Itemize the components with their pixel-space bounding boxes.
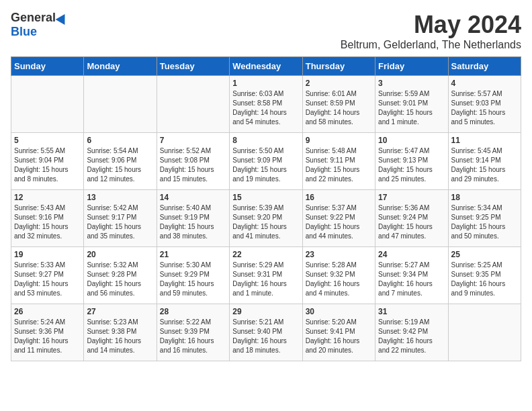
day-detail: Sunrise: 5:52 AM Sunset: 9:08 PM Dayligh… — [160, 146, 226, 184]
page-header: General Blue May 2024 Beltrum, Gelderlan… — [11, 11, 521, 51]
day-detail: Sunrise: 5:21 AM Sunset: 9:40 PM Dayligh… — [232, 318, 299, 355]
calendar-week-row: 19Sunrise: 5:33 AM Sunset: 9:27 PM Dayli… — [11, 247, 521, 304]
calendar-cell: 26Sunrise: 5:24 AM Sunset: 9:36 PM Dayli… — [11, 304, 84, 361]
day-detail: Sunrise: 5:24 AM Sunset: 9:36 PM Dayligh… — [14, 318, 81, 355]
calendar-week-row: 5Sunrise: 5:55 AM Sunset: 9:04 PM Daylig… — [11, 133, 521, 190]
day-number: 6 — [87, 136, 153, 145]
calendar-cell: 25Sunrise: 5:25 AM Sunset: 9:35 PM Dayli… — [448, 247, 521, 304]
day-detail: Sunrise: 5:19 AM Sunset: 9:42 PM Dayligh… — [378, 318, 445, 355]
calendar-week-row: 1Sunrise: 6:03 AM Sunset: 8:58 PM Daylig… — [11, 76, 521, 133]
calendar-cell: 8Sunrise: 5:50 AM Sunset: 9:09 PM Daylig… — [230, 133, 302, 190]
day-number: 23 — [306, 250, 372, 259]
calendar-cell: 28Sunrise: 5:22 AM Sunset: 9:39 PM Dayli… — [157, 304, 229, 361]
day-detail: Sunrise: 5:25 AM Sunset: 9:35 PM Dayligh… — [451, 261, 518, 298]
day-number: 3 — [378, 79, 445, 88]
day-number: 31 — [378, 307, 445, 316]
calendar-table: SundayMondayTuesdayWednesdayThursdayFrid… — [11, 56, 521, 361]
day-detail: Sunrise: 5:57 AM Sunset: 9:03 PM Dayligh… — [451, 89, 518, 127]
day-number: 1 — [232, 79, 299, 88]
calendar-cell: 10Sunrise: 5:47 AM Sunset: 9:13 PM Dayli… — [375, 133, 448, 190]
calendar-cell: 21Sunrise: 5:30 AM Sunset: 9:29 PM Dayli… — [157, 247, 229, 304]
day-number: 29 — [232, 307, 299, 316]
calendar-cell: 11Sunrise: 5:45 AM Sunset: 9:14 PM Dayli… — [448, 133, 521, 190]
day-number: 7 — [160, 136, 226, 145]
day-detail: Sunrise: 5:43 AM Sunset: 9:16 PM Dayligh… — [14, 203, 81, 241]
weekday-header: Sunday — [11, 57, 84, 76]
day-number: 12 — [14, 193, 81, 202]
day-detail: Sunrise: 5:37 AM Sunset: 9:22 PM Dayligh… — [306, 203, 372, 241]
subtitle: Beltrum, Gelderland, The Netherlands — [341, 39, 521, 51]
day-detail: Sunrise: 5:27 AM Sunset: 9:34 PM Dayligh… — [378, 261, 445, 298]
day-number: 21 — [160, 250, 226, 259]
main-title: May 2024 — [341, 11, 521, 39]
weekday-header: Tuesday — [157, 57, 229, 76]
calendar-cell — [157, 76, 229, 133]
calendar-week-row: 12Sunrise: 5:43 AM Sunset: 9:16 PM Dayli… — [11, 190, 521, 247]
day-detail: Sunrise: 5:20 AM Sunset: 9:41 PM Dayligh… — [306, 318, 372, 355]
calendar-cell — [84, 76, 157, 133]
day-number: 4 — [451, 79, 518, 88]
weekday-header: Monday — [84, 57, 157, 76]
calendar-cell: 4Sunrise: 5:57 AM Sunset: 9:03 PM Daylig… — [448, 76, 521, 133]
calendar-cell: 3Sunrise: 5:59 AM Sunset: 9:01 PM Daylig… — [375, 76, 448, 133]
day-number: 15 — [232, 193, 299, 202]
calendar-cell: 30Sunrise: 5:20 AM Sunset: 9:41 PM Dayli… — [302, 304, 375, 361]
calendar-cell: 31Sunrise: 5:19 AM Sunset: 9:42 PM Dayli… — [375, 304, 448, 361]
weekday-header: Friday — [375, 57, 448, 76]
day-detail: Sunrise: 5:36 AM Sunset: 9:24 PM Dayligh… — [378, 203, 445, 241]
logo-triangle-icon — [56, 11, 70, 24]
day-detail: Sunrise: 5:47 AM Sunset: 9:13 PM Dayligh… — [378, 146, 445, 184]
weekday-header: Wednesday — [230, 57, 302, 76]
calendar-cell: 20Sunrise: 5:32 AM Sunset: 9:28 PM Dayli… — [84, 247, 157, 304]
calendar-cell: 2Sunrise: 6:01 AM Sunset: 8:59 PM Daylig… — [302, 76, 375, 133]
calendar-cell: 22Sunrise: 5:29 AM Sunset: 9:31 PM Dayli… — [230, 247, 302, 304]
day-number: 28 — [160, 307, 226, 316]
calendar-body: 1Sunrise: 6:03 AM Sunset: 8:58 PM Daylig… — [11, 76, 521, 361]
calendar-cell: 12Sunrise: 5:43 AM Sunset: 9:16 PM Dayli… — [11, 190, 84, 247]
day-number: 18 — [451, 193, 518, 202]
weekday-header: Thursday — [302, 57, 375, 76]
title-block: May 2024 Beltrum, Gelderland, The Nether… — [341, 11, 521, 51]
day-detail: Sunrise: 5:39 AM Sunset: 9:20 PM Dayligh… — [232, 203, 299, 241]
day-number: 25 — [451, 250, 518, 259]
day-detail: Sunrise: 5:23 AM Sunset: 9:38 PM Dayligh… — [87, 318, 153, 355]
day-number: 14 — [160, 193, 226, 202]
calendar-cell: 27Sunrise: 5:23 AM Sunset: 9:38 PM Dayli… — [84, 304, 157, 361]
calendar-cell: 5Sunrise: 5:55 AM Sunset: 9:04 PM Daylig… — [11, 133, 84, 190]
day-detail: Sunrise: 5:40 AM Sunset: 9:19 PM Dayligh… — [160, 203, 226, 241]
day-number: 11 — [451, 136, 518, 145]
calendar-cell: 23Sunrise: 5:28 AM Sunset: 9:32 PM Dayli… — [302, 247, 375, 304]
day-detail: Sunrise: 5:34 AM Sunset: 9:25 PM Dayligh… — [451, 203, 518, 241]
day-number: 24 — [378, 250, 445, 259]
day-detail: Sunrise: 5:54 AM Sunset: 9:06 PM Dayligh… — [87, 146, 153, 184]
calendar-cell — [448, 304, 521, 361]
day-number: 19 — [14, 250, 81, 259]
day-detail: Sunrise: 6:03 AM Sunset: 8:58 PM Dayligh… — [232, 89, 299, 127]
day-detail: Sunrise: 5:42 AM Sunset: 9:17 PM Dayligh… — [87, 203, 153, 241]
calendar-cell: 6Sunrise: 5:54 AM Sunset: 9:06 PM Daylig… — [84, 133, 157, 190]
day-number: 20 — [87, 250, 153, 259]
logo-blue-text: Blue — [11, 25, 37, 39]
calendar-cell: 17Sunrise: 5:36 AM Sunset: 9:24 PM Dayli… — [375, 190, 448, 247]
calendar-cell: 29Sunrise: 5:21 AM Sunset: 9:40 PM Dayli… — [230, 304, 302, 361]
day-detail: Sunrise: 5:30 AM Sunset: 9:29 PM Dayligh… — [160, 261, 226, 298]
calendar-cell: 18Sunrise: 5:34 AM Sunset: 9:25 PM Dayli… — [448, 190, 521, 247]
day-number: 27 — [87, 307, 153, 316]
weekday-header-row: SundayMondayTuesdayWednesdayThursdayFrid… — [11, 57, 521, 76]
day-detail: Sunrise: 5:32 AM Sunset: 9:28 PM Dayligh… — [87, 261, 153, 298]
day-number: 26 — [14, 307, 81, 316]
calendar-cell: 7Sunrise: 5:52 AM Sunset: 9:08 PM Daylig… — [157, 133, 229, 190]
day-detail: Sunrise: 5:45 AM Sunset: 9:14 PM Dayligh… — [451, 146, 518, 184]
day-detail: Sunrise: 5:55 AM Sunset: 9:04 PM Dayligh… — [14, 146, 81, 184]
calendar-week-row: 26Sunrise: 5:24 AM Sunset: 9:36 PM Dayli… — [11, 304, 521, 361]
day-detail: Sunrise: 5:50 AM Sunset: 9:09 PM Dayligh… — [232, 146, 299, 184]
day-detail: Sunrise: 5:59 AM Sunset: 9:01 PM Dayligh… — [378, 89, 445, 127]
day-detail: Sunrise: 5:22 AM Sunset: 9:39 PM Dayligh… — [160, 318, 226, 355]
day-number: 8 — [232, 136, 299, 145]
day-detail: Sunrise: 5:48 AM Sunset: 9:11 PM Dayligh… — [306, 146, 372, 184]
calendar-cell — [11, 76, 84, 133]
day-detail: Sunrise: 5:29 AM Sunset: 9:31 PM Dayligh… — [232, 261, 299, 298]
day-number: 17 — [378, 193, 445, 202]
logo-general-text: General — [11, 11, 56, 25]
calendar-cell: 1Sunrise: 6:03 AM Sunset: 8:58 PM Daylig… — [230, 76, 302, 133]
